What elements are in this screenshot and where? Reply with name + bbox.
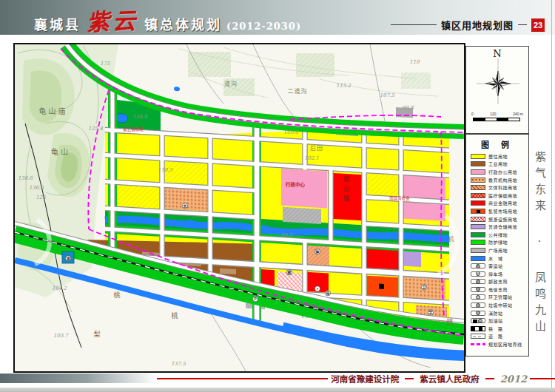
legend-swatch-symbol-icon: 消 xyxy=(471,311,485,316)
legend-swatch-roadline-icon xyxy=(471,334,485,339)
title-county: 襄城县 xyxy=(34,14,81,33)
legend-swatch-hatch-icon xyxy=(471,185,485,190)
legend-item: 圾垃圾中转站 xyxy=(471,301,527,309)
map-label: 机 xyxy=(448,235,455,243)
elevation-label: 137.5 xyxy=(171,361,186,367)
header-bar: 襄城县 紫云 镇总体规划 (2012-2030) 镇区用地规划图 23 xyxy=(0,0,555,36)
legend-item-label: 消防站 xyxy=(488,310,503,317)
elevation-label: 115.2 xyxy=(336,83,352,89)
legend-swatch-crosshatch-icon xyxy=(471,217,485,222)
facility-symbol-icon: 学 xyxy=(428,310,433,315)
legend-item-label: 垃圾中转站 xyxy=(488,302,513,308)
svg-text:卫: 卫 xyxy=(423,285,426,290)
elevation-label: 125 xyxy=(36,195,46,200)
map-label: 行政中心 xyxy=(285,181,306,188)
legend-item-label: 旅游设施用地 xyxy=(488,216,517,223)
map-label: 镇 xyxy=(343,195,350,202)
scale-tick: 240 m xyxy=(513,112,523,116)
legend-item-label: 规划区用地界线 xyxy=(488,341,522,348)
scale-bar: 0 120 240 m xyxy=(471,112,523,121)
legend-item: 集贸市场用地 xyxy=(471,207,527,215)
legend-item-label: 邮政支局 xyxy=(488,278,508,285)
legend-item: 客客运站 xyxy=(471,262,527,270)
footer-gradient-bar xyxy=(0,374,157,383)
legend-item: 工业用地 xyxy=(471,160,527,169)
footer-dash xyxy=(405,378,414,380)
legend-item-label: 公共绿地 xyxy=(488,232,508,238)
legend-item: 居住用地 xyxy=(471,152,527,160)
svg-text:电: 电 xyxy=(326,291,330,296)
svg-text:邮: 邮 xyxy=(288,270,292,275)
elevation-label: 126.0 xyxy=(132,114,148,120)
legend-item: 商业金融用地 xyxy=(471,200,527,208)
title-period: (2012-2030) xyxy=(226,21,301,32)
legend-swatch-symbol-icon: 圾 xyxy=(471,303,485,308)
svg-text:+: + xyxy=(317,287,319,291)
legend-item: 规划区用地界线 xyxy=(471,340,527,348)
legend-swatch-solid-icon xyxy=(471,232,485,237)
legend-item: 卫环卫管理站 xyxy=(471,294,527,302)
map-label: 国营黄委会 xyxy=(389,195,410,201)
map-label: 龟山庙 xyxy=(39,107,68,115)
legend-swatch-circles-icon xyxy=(471,178,485,183)
rule-dash xyxy=(518,24,527,25)
sheet-number-badge: 23 xyxy=(531,18,545,32)
facility-symbol-icon: P xyxy=(252,297,258,302)
legend-item: 文体科技用地 xyxy=(471,183,527,192)
map-label: 二道沟 xyxy=(288,87,308,95)
svg-text:学: 学 xyxy=(429,310,433,315)
svg-text:油: 油 xyxy=(67,256,70,261)
elevation-label: 110.5 xyxy=(158,167,173,173)
elevation-label: 99.8 xyxy=(402,105,414,111)
title-suffix: 镇总体规划 xyxy=(144,14,222,33)
legend-swatch-solid-icon xyxy=(471,240,485,245)
sheet-name: 镇区用地规划图 xyxy=(441,18,514,32)
elevation-label: 125.4 xyxy=(88,126,104,132)
facility-symbol-icon: 体 xyxy=(314,249,320,254)
right-edge-rule xyxy=(551,0,552,392)
legend-item-label: 医疗保健用地 xyxy=(488,192,517,199)
legend-swatch-rail-icon xyxy=(471,326,485,331)
commercial-block xyxy=(366,248,400,271)
legend-item-label: 普通仓储用地 xyxy=(488,223,517,230)
legend-swatch-symbol-icon: 邮 xyxy=(471,279,485,284)
legend-item: P停车场 xyxy=(471,270,527,278)
legend-item-label: 教育机构用地 xyxy=(488,177,517,183)
legend-item-label: 工业用地 xyxy=(488,160,508,167)
elevation-label: 138.6 xyxy=(18,175,33,181)
side-motto: 紫气东来 · 凤鸣九山 xyxy=(532,151,548,362)
legend-item-label: 集贸市场用地 xyxy=(488,208,517,214)
legend-item-label: 行政办公用地 xyxy=(488,169,517,175)
title-town-calligraphy: 紫云 xyxy=(86,2,139,37)
legend-item: 医疗保健用地 xyxy=(471,192,527,200)
legend-swatch-blacksq-icon xyxy=(471,209,485,214)
legend-item: 电电信支局 xyxy=(471,285,527,294)
sheet-label: 镇区用地规划图 23 xyxy=(391,18,545,32)
legend-title: 图 例 xyxy=(466,138,528,150)
legend-swatch-symbol-icon: P xyxy=(471,271,485,277)
legend-swatch-solid-icon xyxy=(471,256,485,261)
legend-item-label: 水 域 xyxy=(488,255,503,262)
elevation-label: 103.7 xyxy=(53,333,70,339)
legend-item: 铁 路 xyxy=(471,325,527,333)
elevation-label: 107.5 xyxy=(380,92,395,98)
legend-item-label: 铁 路 xyxy=(488,325,503,332)
legend-item-label: 防护绿地 xyxy=(488,239,508,246)
elevation-label: 109.0 xyxy=(283,129,299,135)
legend-rows: 居住用地工业用地行政办公用地教育机构用地文体科技用地医疗保健用地商业金融用地集贸… xyxy=(471,152,527,348)
legend-item: 消消防站 xyxy=(471,309,527,317)
map-label: 紫 xyxy=(343,175,350,183)
planning-map: 龟山庙龟山道沟二道沟后田桃桃桃梨机行政中心紫云镇国营黄委会紫云镇林场175110… xyxy=(15,44,464,371)
scale-tick: 0 xyxy=(471,112,474,116)
legend-swatch-solid-icon xyxy=(471,248,485,253)
north-scale-panel: N 0 120 240 m xyxy=(465,46,529,134)
design-institute: 河南省豫建设计院 xyxy=(331,373,399,385)
bottom-edge-strip xyxy=(0,388,555,392)
legend-swatch-solid-icon xyxy=(471,169,485,175)
map-label: 桃 xyxy=(113,291,120,299)
rule-line xyxy=(391,24,437,25)
legend-item-label: 环卫管理站 xyxy=(488,294,513,300)
page-title: 襄城县 紫云 镇总体规划 (2012-2030) xyxy=(34,3,301,36)
scale-segments xyxy=(473,118,520,121)
legend-swatch-symbol-icon: 客 xyxy=(471,263,485,268)
